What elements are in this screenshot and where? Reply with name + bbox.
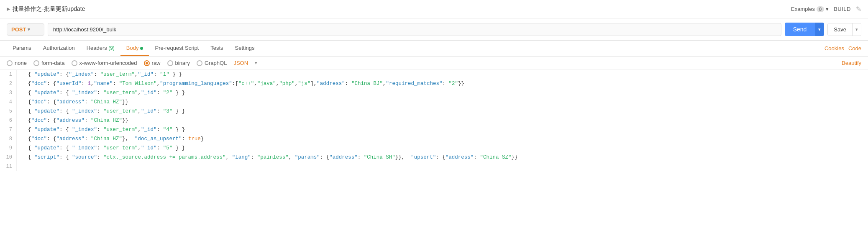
code-line-6: 6 {"doc": {"address": "China HZ"}} (0, 116, 868, 125)
code-line-7: 7 { "update": { "_index": "user_term","_… (0, 125, 868, 134)
send-button[interactable]: Send (785, 23, 815, 36)
radio-none[interactable] (7, 60, 13, 66)
option-urlencoded[interactable]: x-www-form-urlencoded (72, 60, 137, 66)
line-content: { "script": { "source": "ctx._source.add… (22, 153, 524, 162)
body-options-bar: none form-data x-www-form-urlencoded raw… (0, 57, 868, 70)
top-bar-right: Examples 0 ▾ BUILD ✎ (791, 5, 861, 13)
send-chevron-button[interactable]: ▾ (815, 23, 824, 36)
option-graphql[interactable]: GraphQL (197, 60, 227, 66)
code-editor[interactable]: 1 { "update": {"_index": "user_term","_i… (0, 70, 868, 171)
code-link[interactable]: Code (848, 45, 861, 51)
examples-label: Examples (791, 6, 815, 12)
code-line-11: 11 (0, 162, 868, 171)
examples-badge: 0 (817, 6, 824, 12)
top-bar-left: ▶ 批量操作之-批量更新update (7, 5, 85, 13)
code-line-4: 4 {"doc": {"address": "China HZ"}} (0, 98, 868, 107)
cookies-link[interactable]: Cookies (824, 45, 844, 51)
line-content: { "update": {"_index": "user_term","_id"… (22, 70, 189, 79)
line-number: 1 (0, 70, 17, 79)
tabs-bar: Params Authorization Headers (9) Body Pr… (0, 41, 868, 57)
save-button-group: Save ▾ (827, 23, 861, 36)
build-button[interactable]: BUILD (834, 6, 851, 12)
line-content: { "update": { "_index": "user_term","_id… (22, 88, 192, 98)
edit-icon-button[interactable]: ✎ (856, 5, 861, 13)
line-number: 5 (0, 107, 17, 116)
line-number: 4 (0, 98, 17, 107)
tab-pre-request-script[interactable]: Pre-request Script (149, 41, 205, 56)
line-number: 3 (0, 88, 17, 98)
json-type-label[interactable]: JSON (233, 60, 248, 66)
radio-form-data[interactable] (33, 60, 39, 66)
radio-binary[interactable] (167, 60, 173, 66)
line-number: 2 (0, 79, 17, 88)
code-line-8: 8 {"doc": {"address": "China HZ"}, "doc_… (0, 134, 868, 144)
option-binary[interactable]: binary (167, 60, 190, 66)
save-chevron-button[interactable]: ▾ (852, 23, 861, 36)
method-selector[interactable]: POST ▾ (7, 23, 44, 36)
line-number: 6 (0, 116, 17, 125)
examples-chevron-icon: ▾ (826, 6, 829, 12)
radio-raw[interactable] (144, 60, 150, 66)
tab-tests[interactable]: Tests (205, 41, 229, 56)
json-dropdown-icon[interactable]: ▾ (255, 60, 257, 66)
tab-authorization[interactable]: Authorization (37, 41, 81, 56)
code-line-2: 2 {"doc": {"userId": 1,"name": "Tom Wils… (0, 79, 868, 88)
code-line-1: 1 { "update": {"_index": "user_term","_i… (0, 70, 868, 79)
line-number: 8 (0, 134, 17, 144)
request-title: 批量操作之-批量更新update (13, 5, 85, 13)
method-chevron-icon: ▾ (28, 27, 30, 32)
line-content: { "update": { "_index": "user_term","_id… (22, 107, 192, 116)
tab-params[interactable]: Params (7, 41, 37, 56)
line-content: {"doc": {"userId": 1,"name": "Tom Wilson… (22, 79, 471, 88)
code-line-3: 3 { "update": { "_index": "user_term","_… (0, 88, 868, 98)
code-line-9: 9 { "update": { "_index": "user_term","_… (0, 144, 868, 153)
body-options-left: none form-data x-www-form-urlencoded raw… (7, 60, 257, 66)
option-form-data[interactable]: form-data (33, 60, 65, 66)
tab-headers[interactable]: Headers (9) (81, 41, 120, 56)
tabs-right: Cookies Code (824, 45, 861, 51)
radio-graphql[interactable] (197, 60, 202, 66)
line-content: {"doc": {"address": "China HZ"}} (22, 98, 135, 107)
line-number: 11 (0, 162, 17, 171)
tab-body[interactable]: Body (120, 41, 149, 56)
save-button[interactable]: Save (828, 23, 852, 36)
beautify-button[interactable]: Beautify (842, 60, 861, 66)
code-line-5: 5 { "update": { "_index": "user_term","_… (0, 107, 868, 116)
line-content: {"doc": {"address": "China HZ"}, "doc_as… (22, 134, 210, 144)
radio-urlencoded[interactable] (72, 60, 77, 66)
collapse-icon[interactable]: ▶ (7, 6, 10, 12)
line-content: {"doc": {"address": "China HZ"}} (22, 116, 135, 125)
url-bar: POST ▾ Send ▾ Save ▾ (0, 18, 868, 41)
method-label: POST (11, 26, 26, 33)
top-bar: ▶ 批量操作之-批量更新update Examples 0 ▾ BUILD ✎ (0, 0, 868, 18)
url-input[interactable] (48, 23, 781, 36)
examples-button[interactable]: Examples 0 ▾ (791, 6, 829, 12)
headers-badge: (9) (107, 45, 115, 51)
send-button-group: Send ▾ (785, 23, 824, 36)
line-number: 7 (0, 125, 17, 134)
tabs-left: Params Authorization Headers (9) Body Pr… (7, 41, 261, 56)
line-number: 9 (0, 144, 17, 153)
line-content: { "update": { "_index": "user_term","_id… (22, 144, 192, 153)
tab-settings[interactable]: Settings (229, 41, 261, 56)
option-raw[interactable]: raw (144, 60, 161, 66)
code-line-10: 10 { "script": { "source": "ctx._source.… (0, 153, 868, 162)
option-none[interactable]: none (7, 60, 27, 66)
line-number: 10 (0, 153, 17, 162)
line-content: { "update": { "_index": "user_term","_id… (22, 125, 192, 134)
body-dot (140, 47, 143, 50)
